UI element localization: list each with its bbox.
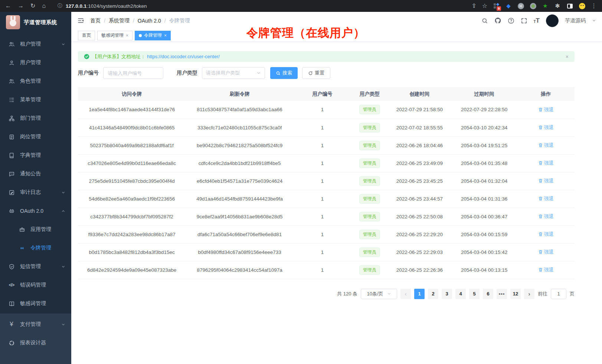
browser-home-icon[interactable]: ⌂ [42, 3, 46, 9]
sidebar-item-报表设计器[interactable]: 报表设计器 [0, 334, 71, 352]
sidebar-item-应用管理[interactable]: 应用管理 [0, 220, 71, 239]
table-row: 502375b8040a469a9b82188afdf6af1fbe90422b… [78, 136, 575, 154]
puzzle-extension-icon[interactable]: ✻ [554, 3, 561, 9]
chevron-down-icon [61, 42, 65, 46]
table-row: 54d6be82ee5a460a9aedc1f9bf22365649d1aa46… [78, 190, 575, 208]
tab-首页[interactable]: 首页 [78, 31, 95, 40]
browser-forward-icon[interactable]: → [18, 3, 24, 9]
user-type-badge: 管理员 [359, 159, 380, 168]
force-logout-button[interactable]: 强退 [538, 213, 554, 220]
create-time-cell: 2022-06-25 22:50:08 [388, 208, 451, 225]
audit-icon [8, 189, 15, 196]
force-logout-button[interactable]: 强退 [538, 249, 554, 255]
github-icon[interactable] [494, 17, 501, 24]
force-logout-button[interactable]: 强退 [538, 160, 554, 166]
help-icon[interactable] [508, 17, 514, 24]
sidebar-item-字典管理[interactable]: 字典管理 [0, 146, 71, 165]
bookmark-star-icon[interactable]: ☆ [482, 3, 487, 9]
access-token-cell: c342377bf8b344799dcbf7bf095287f2 [78, 208, 186, 225]
alert-doc-link[interactable]: https://doc.iocoder.cn/user-center/ [147, 54, 220, 59]
star-extension-icon[interactable]: ★ [542, 3, 549, 9]
address-bar[interactable]: ⓘ 127.0.0.1:1024/system/oauth2/token [58, 3, 465, 9]
close-tab-icon[interactable]: × [126, 33, 128, 38]
column-header: 创建时间 [388, 87, 451, 101]
app-title: 芋道管理系统 [24, 19, 57, 26]
column-header: 用户编号 [294, 87, 351, 101]
sidebar-item-短信管理[interactable]: 短信管理 [0, 257, 71, 276]
page-button-6[interactable]: 6 [483, 289, 493, 299]
page-button-12[interactable]: 12 [510, 289, 521, 299]
close-tab-icon[interactable]: × [164, 33, 167, 38]
user-type-select[interactable]: 请选择用户类型 [202, 67, 265, 79]
refresh-token-cell: b0df4980ffd34c67a08f9156e4eee733 [186, 243, 293, 261]
sidebar-item-岗位管理[interactable]: 岗位管理 [0, 128, 71, 146]
share-icon[interactable]: ⇪ [471, 3, 476, 9]
expire-time-cell: 2022-07-29 22:28:50 [451, 101, 517, 119]
tab-令牌管理[interactable]: 令牌管理× [135, 31, 171, 40]
access-token-cell: c347026e805e4d99b0d116eae66eda8c [78, 154, 186, 172]
access-token-cell: 54d6be82ee5a460a9aedc1f9bf223656 [78, 190, 186, 208]
table-row: b0d1785bc3a8482f812db4a3f3bd15ecb0df4980… [78, 243, 575, 261]
fullscreen-icon[interactable] [521, 17, 527, 24]
chevron-down-icon [61, 191, 65, 195]
user-avatar[interactable] [546, 14, 559, 27]
breadcrumb-item[interactable]: OAuth 2.0 [138, 18, 161, 24]
page-size-select[interactable]: 10条/页 [361, 289, 397, 299]
recorder-extension-icon[interactable] [530, 3, 536, 9]
search-button[interactable]: 搜索 [270, 67, 298, 79]
browser-back-icon[interactable]: ← [5, 3, 11, 9]
browser-menu-icon[interactable]: ⋮ [591, 3, 597, 9]
page-button-4[interactable]: 4 [455, 289, 466, 299]
command-extension-icon[interactable]: ⌘ [517, 3, 524, 9]
sidebar-item-部门管理[interactable]: 部门管理 [0, 109, 71, 128]
reset-button[interactable]: 重置 [302, 67, 330, 79]
force-logout-button[interactable]: 强退 [538, 106, 554, 113]
goto-page-input[interactable] [551, 289, 566, 299]
sidebar-item-审计日志[interactable]: 审计日志 [0, 183, 71, 202]
user-type-badge: 管理员 [359, 105, 380, 114]
search-icon[interactable] [481, 17, 488, 24]
force-logout-button[interactable]: 强退 [538, 124, 554, 131]
active-tab-dot [139, 34, 142, 37]
sidebar-item-租户管理[interactable]: 租户管理 [0, 35, 71, 53]
extension-grid-icon[interactable]: 9 [493, 3, 500, 9]
force-logout-button[interactable]: 强退 [538, 231, 554, 238]
page-button-3[interactable]: 3 [442, 289, 452, 299]
browser-reload-icon[interactable]: ↻ [30, 3, 35, 9]
sidebar-item-错误码管理[interactable]: </>错误码管理 [0, 276, 71, 294]
app-logo[interactable]: 芋道管理系统 [0, 12, 71, 33]
refresh-token-cell: dfa6c71a50a54c66bef706ef9e6e8d81 [186, 225, 293, 243]
gem-extension-icon[interactable]: ◆ [505, 3, 512, 9]
sidebar-item-用户管理[interactable]: 用户管理 [0, 53, 71, 72]
force-logout-button[interactable]: 强退 [538, 142, 554, 149]
next-page-button[interactable]: › [524, 289, 534, 299]
sidebar-item-OAuth 2.0[interactable]: OAuth 2.0 [0, 202, 71, 220]
side-panel-icon[interactable] [566, 3, 573, 9]
breadcrumb-item[interactable]: 首页 [90, 17, 101, 24]
emoji-extension-icon[interactable] [579, 3, 585, 9]
page-button-2[interactable]: 2 [428, 289, 438, 299]
page-button-5[interactable]: 5 [469, 289, 480, 299]
sidebar-item-通知公告[interactable]: 通知公告 [0, 165, 71, 183]
page-info-icon[interactable]: ⓘ [58, 3, 62, 9]
sidebar-item-敏感词管理[interactable]: 敏感词管理 [0, 294, 71, 313]
font-size-icon[interactable]: TT [534, 17, 540, 24]
sidebar-item-角色管理[interactable]: 角色管理 [0, 72, 71, 90]
force-logout-button[interactable]: 强退 [538, 267, 554, 273]
page-button-1[interactable]: 1 [414, 289, 425, 299]
prev-page-button[interactable]: ‹ [400, 289, 411, 299]
alert-close-icon[interactable]: × [566, 54, 569, 60]
create-time-cell: 2022-06-25 22:29:20 [388, 225, 451, 243]
sidebar-item-菜单管理[interactable]: 菜单管理 [0, 90, 71, 109]
more-pages-button[interactable]: ••• [497, 289, 507, 299]
user-id-input[interactable] [103, 67, 163, 79]
sidebar-item-支付管理[interactable]: ¥支付管理 [0, 315, 71, 334]
breadcrumb-item[interactable]: 系统管理 [109, 17, 130, 24]
force-logout-button[interactable]: 强退 [538, 178, 554, 184]
sidebar-item-令牌管理[interactable]: 令牌管理 [0, 239, 71, 257]
tab-敏感词管理[interactable]: 敏感词管理× [97, 31, 132, 40]
collapse-menu-icon[interactable] [77, 17, 84, 24]
column-header: 操作 [517, 87, 575, 101]
force-logout-button[interactable]: 强退 [538, 195, 554, 202]
user-menu-caret-icon[interactable] [592, 19, 596, 23]
